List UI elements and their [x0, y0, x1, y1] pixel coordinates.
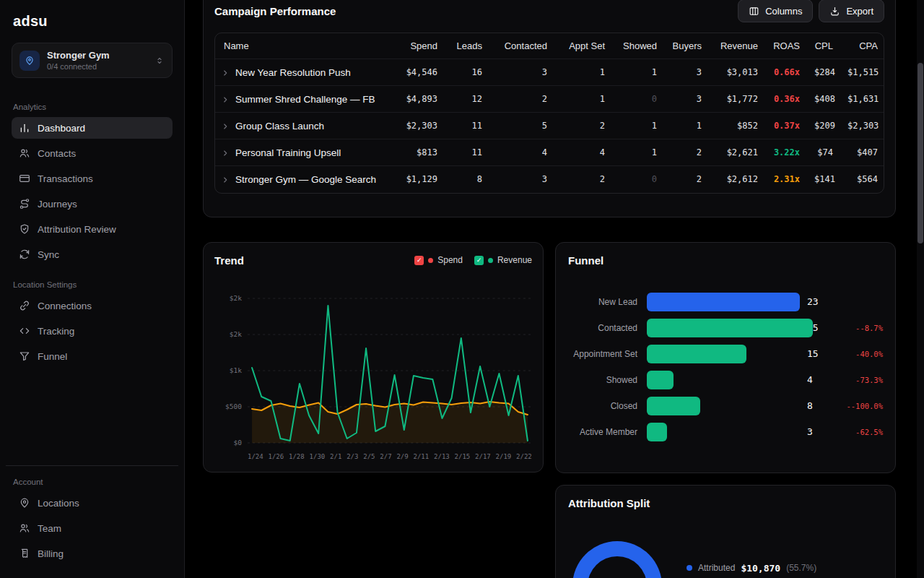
table-row[interactable]: Personal Training Upsell$813114412$2,621… [215, 139, 884, 166]
campaign-name-cell: Personal Training Upsell [215, 139, 388, 166]
campaign-table: NameSpendLeadsContactedAppt SetShowedBuy… [214, 33, 884, 194]
sidebar-item-funnel[interactable]: Funnel [12, 345, 173, 367]
location-selector[interactable]: Stronger Gym 0/4 connected [12, 43, 173, 78]
table-row[interactable]: Stronger Gym — Google Search$1,12983202$… [215, 166, 884, 193]
sidebar-item-dashboard[interactable]: Dashboard [12, 117, 173, 139]
sidebar-item-label: Transactions [38, 173, 93, 184]
campaign-name: Group Class Launch [235, 121, 324, 131]
sidebar-item-sync[interactable]: Sync [12, 243, 173, 265]
cell-appt-set: 1 [554, 86, 612, 113]
attributed-value: $10,870 [741, 563, 780, 574]
sidebar-item-tracking[interactable]: Tracking [12, 320, 173, 342]
attribution-split-title: Attribution Split [568, 497, 883, 509]
users-icon [19, 522, 30, 534]
funnel-bar-zone: 25--8.7% [647, 319, 883, 337]
sidebar-section-label: Analytics [13, 103, 171, 111]
cell-cpl: $209 [807, 113, 840, 139]
sidebar-item-label: Tracking [38, 326, 74, 337]
trend-plot-area [248, 291, 532, 452]
sidebar-item-label: Attribution Review [38, 224, 116, 235]
sidebar-item-team[interactable]: Team [12, 517, 173, 539]
column-header-name: Name [215, 33, 388, 59]
cell-appt-set: 2 [554, 113, 612, 139]
cell-buyers: 2 [664, 166, 709, 193]
funnel-row: Showed4-73.3% [568, 371, 883, 389]
funnel-bar-zone: 4-73.3% [647, 371, 883, 389]
sidebar-item-label: Billing [38, 548, 64, 559]
cell-appt-set: 1 [554, 59, 612, 86]
code-icon [19, 325, 30, 337]
x-axis-tick: 2/1 [330, 453, 341, 460]
x-axis-tick: 2/17 [475, 453, 491, 460]
funnel-bar-zone: 23 [647, 293, 883, 311]
scrollbar[interactable] [917, 0, 924, 578]
sidebar-item-locations[interactable]: Locations [12, 492, 173, 514]
cell-contacted: 5 [489, 113, 554, 139]
cell-leads: 11 [445, 113, 489, 139]
cell-showed: 1 [612, 59, 664, 86]
funnel-stage-label: Appointment Set [568, 349, 637, 359]
location-name: Stronger Gym [47, 50, 147, 61]
y-axis-tick: $500 [225, 402, 242, 410]
x-axis-tick: 2/13 [434, 453, 450, 460]
chevron-right-icon[interactable] [221, 149, 230, 158]
cell-roas: 0.36x [765, 86, 807, 113]
column-header-leads: Leads [445, 33, 489, 59]
x-axis-tick: 2/11 [414, 453, 430, 460]
funnel-stage-label: Contacted [568, 323, 637, 333]
column-header-roas: ROAS [765, 33, 807, 59]
location-selector-text: Stronger Gym 0/4 connected [47, 50, 147, 71]
legend-item-spend[interactable]: ✓Spend [414, 255, 463, 265]
cell-cpl: $74 [807, 139, 840, 166]
trend-x-axis: 1/241/261/281/302/12/32/52/72/92/112/132… [248, 453, 532, 460]
refresh-icon [19, 249, 30, 260]
table-row[interactable]: Group Class Launch$2,303115211$8520.37x$… [215, 113, 884, 139]
sidebar-item-connections[interactable]: Connections [12, 295, 173, 316]
funnel-delta: -62.5% [855, 423, 883, 441]
funnel-stage-label: Showed [568, 375, 637, 385]
export-button[interactable]: Export [819, 0, 884, 22]
chevron-right-icon[interactable] [221, 69, 230, 77]
receipt-icon [19, 548, 30, 559]
x-axis-tick: 1/28 [289, 453, 305, 460]
checkbox-icon[interactable]: ✓ [474, 256, 484, 265]
chevron-right-icon[interactable] [221, 122, 230, 131]
checkbox-icon[interactable]: ✓ [414, 256, 424, 265]
funnel-value: 8 [807, 397, 813, 415]
sidebar-section-label: Location Settings [13, 280, 171, 289]
legend-item-revenue[interactable]: ✓Revenue [474, 255, 532, 265]
attribution-split-card: Attribution Split Attributed $10,870 (55… [555, 485, 896, 578]
sidebar-item-contacts[interactable]: Contacts [12, 142, 173, 164]
sidebar-item-transactions[interactable]: Transactions [12, 168, 173, 189]
table-row[interactable]: New Year Resolution Push$4,546163113$3,0… [215, 59, 884, 86]
table-row[interactable]: Summer Shred Challenge — FB$4,893122103$… [215, 86, 884, 113]
sidebar-item-label: Locations [38, 498, 79, 509]
chart-bars-icon [19, 122, 30, 134]
cell-appt-set: 2 [554, 166, 612, 193]
cell-revenue: $2,621 [709, 139, 765, 166]
sidebar-section-label: Account [13, 478, 171, 486]
sidebar-item-journeys[interactable]: Journeys [12, 193, 173, 215]
funnel-value: 23 [807, 293, 819, 311]
funnel-stage-label: Active Member [568, 427, 637, 437]
chevron-right-icon[interactable] [221, 176, 230, 184]
x-axis-tick: 2/19 [496, 453, 512, 460]
chevron-right-icon[interactable] [221, 95, 230, 104]
users-icon [19, 147, 30, 159]
trend-card: Trend ✓Spend✓Revenue $2k$2k$1k$500$0 1/2… [203, 242, 544, 473]
cell-cpl: $408 [807, 86, 840, 113]
cell-contacted: 3 [489, 166, 554, 193]
campaign-performance-title: Campaign Performance [214, 5, 336, 17]
sidebar-item-billing[interactable]: Billing [12, 543, 173, 564]
attribution-legend-row: Attributed $10,870 (55.7%) [687, 563, 816, 574]
cell-buyers: 1 [664, 113, 709, 139]
sidebar-item-attribution-review[interactable]: Attribution Review [12, 218, 173, 240]
scrollbar-thumb[interactable] [918, 63, 923, 243]
x-axis-tick: 2/15 [455, 453, 471, 460]
cell-cpl: $141 [807, 166, 840, 193]
cell-buyers: 2 [664, 139, 709, 166]
column-header-showed: Showed [612, 33, 664, 59]
attribution-legend: Attributed $10,870 (55.7%) [687, 563, 816, 578]
funnel-chart: New Lead23Contacted25--8.7%Appointment S… [568, 293, 883, 441]
columns-button[interactable]: Columns [738, 0, 813, 22]
